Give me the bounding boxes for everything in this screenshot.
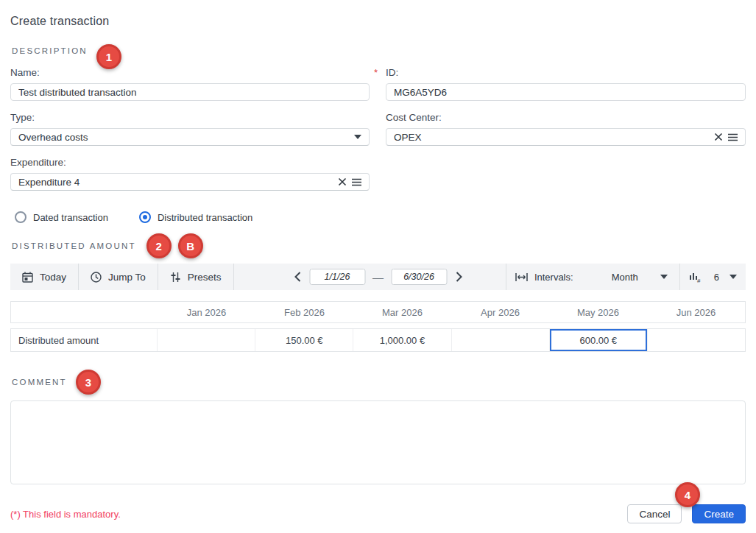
column-header: Jun 2026 [647,307,745,318]
jump-to-label: Jump To [108,272,146,283]
amount-cell-jan[interactable] [158,329,255,351]
empty-grid-cell [386,156,746,191]
amount-cell-mar[interactable]: 1,000.00 € [353,329,451,351]
radio-icon [15,211,27,223]
column-header: Jan 2026 [158,307,255,318]
radio-icon [139,211,151,223]
column-header: May 2026 [549,307,647,318]
annotation-badge-b: B [178,233,203,258]
column-header: Apr 2026 [451,307,549,318]
toolbar-right-group: Intervals: Month # 6 [506,264,746,290]
expenditure-value: Expenditure 4 [18,177,80,188]
list-icon[interactable] [728,133,738,141]
distribution-toolbar: Today Jump To [10,264,746,290]
distributed-amount-section-label: DISTRIBUTED AMOUNT [10,241,136,250]
date-range-nav: — [291,269,465,285]
presets-button[interactable]: Presets [158,264,233,290]
radio-distributed-transaction[interactable]: Distributed transaction [139,211,252,223]
date-to-input[interactable] [391,269,447,285]
jump-to-button[interactable]: Jump To [79,264,158,290]
clear-x-icon[interactable] [338,177,347,186]
intervals-control: Intervals: Month [506,264,679,290]
today-label: Today [40,272,66,283]
expenditure-combo[interactable]: Expenditure 4 [10,173,370,191]
annotation-badge-3: 3 [76,370,101,395]
id-label: ID: [386,67,398,78]
chevron-left-icon[interactable] [291,269,303,285]
description-section-label: DESCRIPTION [10,46,88,55]
required-asterisk: * [374,67,378,78]
radio-dated-transaction[interactable]: Dated transaction [15,211,108,223]
id-input[interactable] [386,83,746,101]
dialog-footer: (*) This field is mandatory. 4 Cancel Cr… [10,504,746,523]
interval-count-control: # 6 [680,264,746,290]
column-header: Mar 2026 [353,307,451,318]
row-label: Distributed amount [11,329,158,351]
column-header: Feb 2026 [255,307,353,318]
clock-icon [91,272,102,283]
comment-textarea[interactable] [10,400,746,484]
dropdown-arrow-icon[interactable] [660,275,668,279]
amount-cell-feb[interactable]: 150.00 € [255,329,353,351]
bar-chart-count-icon: # [689,272,702,283]
interval-unit-value[interactable]: Month [612,272,638,283]
type-field-group: Type: Overhead costs [10,111,370,146]
presets-label: Presets [188,272,222,283]
amount-cell-may[interactable]: 600.00 € [550,329,648,351]
expenditure-field-group: Expenditure: Expenditure 4 [10,156,370,191]
name-input[interactable] [10,83,370,101]
name-field-group: Name: [10,66,370,101]
section-comment: COMMENT 3 [10,370,746,395]
cancel-button[interactable]: Cancel [627,504,682,523]
cost-center-combo[interactable]: OPEX [386,128,746,146]
interval-count-value[interactable]: 6 [714,272,719,283]
clear-x-icon[interactable] [714,133,723,141]
amount-cell-apr[interactable] [452,329,550,351]
comment-section-label: COMMENT [10,378,67,386]
id-label-row: * ID: [386,66,746,78]
radio-dated-label: Dated transaction [33,212,108,223]
annotation-badge-1: 1 [96,44,121,69]
svg-text:#: # [697,278,701,283]
list-icon[interactable] [352,178,361,186]
calendar-icon [22,272,33,283]
amount-cell-jun[interactable] [648,329,745,351]
toolbar-divider [233,264,234,290]
section-distributed-amount: DISTRIBUTED AMOUNT 2 B [10,233,746,258]
id-field-group: * ID: [386,66,746,101]
chevron-right-icon[interactable] [453,269,465,285]
type-label: Type: [10,111,370,123]
sliders-icon [170,272,181,283]
name-label: Name: [10,66,370,78]
intervals-label: Intervals: [534,272,573,283]
today-button[interactable]: Today [10,264,78,290]
distributed-amount-row: Distributed amount 150.00 € 1,000.00 € 6… [10,328,746,352]
dropdown-arrow-icon[interactable] [729,275,737,279]
interval-width-icon [515,272,528,282]
expenditure-label: Expenditure: [10,156,370,168]
radio-distributed-label: Distributed transaction [158,212,252,223]
mandatory-field-note: (*) This field is mandatory. [10,509,121,520]
page-title: Create transaction [10,15,746,28]
date-from-input[interactable] [309,269,365,285]
cost-center-field-group: Cost Center: OPEX [386,111,746,146]
type-select[interactable]: Overhead costs [10,128,370,146]
type-value: Overhead costs [18,132,88,143]
annotation-badge-4: 4 [675,482,700,507]
cost-center-value: OPEX [394,132,422,143]
distribution-table-header: Jan 2026 Feb 2026 Mar 2026 Apr 2026 May … [10,301,746,323]
cost-center-label: Cost Center: [386,111,746,123]
section-description: DESCRIPTION 1 [10,38,746,63]
description-form: Name: * ID: Type: Overhead costs [10,66,746,191]
date-range-dash: — [372,271,384,283]
dropdown-arrow-icon[interactable] [354,135,361,139]
transaction-mode-radios: Dated transaction Distributed transactio… [10,211,746,223]
annotation-badge-2: 2 [146,233,172,258]
create-button[interactable]: Create [692,504,746,523]
create-transaction-dialog: Create transaction DESCRIPTION 1 Name: *… [0,0,756,533]
